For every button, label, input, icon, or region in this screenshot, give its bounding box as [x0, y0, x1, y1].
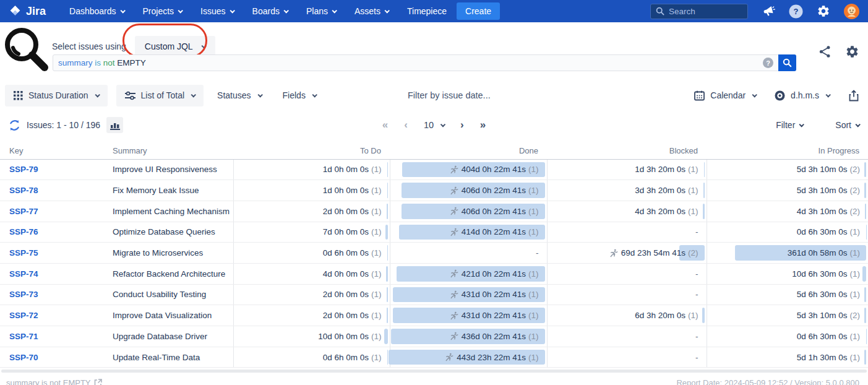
issue-key-link[interactable]: SSP-75	[9, 248, 38, 257]
nav-search-input[interactable]	[669, 7, 737, 16]
duration-cell-blocked: 4d 3h 20m 0s (1)	[547, 201, 707, 222]
table-row[interactable]: SSP-72 Improve Data Visualization 2d 0h …	[0, 305, 868, 326]
table-row[interactable]: SSP-76 Optimize Database Queries 7d 0h 0…	[0, 222, 868, 243]
column-header-summary[interactable]: Summary	[106, 142, 233, 159]
duration-value: 10d 0h 0m 0s	[318, 332, 369, 341]
next-page-button[interactable]: ›	[460, 119, 464, 131]
column-header-blocked[interactable]: Blocked	[547, 142, 707, 159]
duration-cell-inprogress: 0d 6h 30m 0s (1)	[707, 326, 868, 347]
create-button[interactable]: Create	[457, 2, 500, 20]
nav-item-assets[interactable]: Assets	[355, 6, 389, 16]
issue-key-link[interactable]: SSP-77	[9, 207, 38, 216]
help-icon[interactable]: ?	[789, 4, 803, 19]
nav-item-issues[interactable]: Issues	[200, 6, 233, 16]
duration-value: 406d 0h 22m 41s	[462, 186, 526, 195]
statuses-dropdown[interactable]: Statuses	[217, 90, 261, 100]
issue-key-link[interactable]: SSP-76	[9, 227, 38, 236]
calendar-dropdown[interactable]: Calendar	[694, 90, 756, 101]
calendar-label: Calendar	[710, 90, 746, 100]
duration-count: (1)	[371, 227, 382, 236]
jql-search-button[interactable]	[778, 54, 796, 71]
jql-help-icon[interactable]: ?	[763, 58, 773, 68]
jql-token: is	[93, 58, 101, 67]
fields-dropdown[interactable]: Fields	[283, 90, 316, 100]
runner-icon	[450, 290, 458, 299]
jql-mode-dropdown[interactable]: Custom JQL	[135, 36, 215, 56]
issue-key-link[interactable]: SSP-73	[9, 290, 38, 299]
jql-token: not	[101, 58, 115, 67]
duration-value: 5d 3h 10m 0s	[797, 186, 848, 195]
megaphone-icon[interactable]	[762, 4, 775, 18]
nav-item-plans[interactable]: Plans	[306, 6, 336, 16]
table-row[interactable]: SSP-74 Refactor Backend Architecture 4d …	[0, 263, 868, 284]
duration-cell-done: 414d 0h 22m 41s (1)	[390, 222, 547, 243]
table-row[interactable]: SSP-78 Fix Memory Leak Issue 1d 0h 0m 0s…	[0, 180, 868, 201]
nav-search-box[interactable]	[650, 4, 748, 19]
list-of-total-dropdown[interactable]: List of Total	[116, 85, 204, 106]
table-row[interactable]: SSP-75 Migrate to Microservices 0d 6h 0m…	[0, 243, 868, 264]
column-header-done[interactable]: Done	[390, 142, 547, 159]
duration-value: -	[695, 269, 698, 279]
page-size-dropdown[interactable]: 10	[424, 120, 444, 130]
nav-item-timepiece[interactable]: Timepiece	[407, 6, 447, 16]
column-header-todo[interactable]: To Do	[233, 142, 390, 159]
column-header-inprogress[interactable]: In Progress	[707, 142, 868, 159]
footer-jql-link[interactable]: summary is not EMPTY	[6, 378, 102, 385]
table-row[interactable]: SSP-73 Conduct Usability Testing 2d 0h 0…	[0, 284, 868, 305]
duration-count: (2)	[850, 311, 861, 320]
issue-key-link[interactable]: SSP-74	[9, 269, 38, 279]
duration-value: 0d 6h 30m 0s	[797, 227, 848, 236]
pagination-row: Issues: 1 - 10 / 196 « ‹ 10 › » Filter S…	[9, 114, 859, 136]
filter-by-issue-date[interactable]: Filter by issue date...	[408, 90, 491, 100]
issue-key-link[interactable]: SSP-78	[9, 186, 38, 195]
duration-value: 5d 3h 10m 0s	[797, 311, 848, 320]
duration-count: (1)	[528, 207, 539, 216]
duration-value: 3d 3h 20m 0s	[635, 186, 685, 195]
jql-input[interactable]: summary is not EMPTY ?	[53, 54, 796, 71]
filter-dropdown[interactable]: Filter	[776, 120, 803, 130]
table-row[interactable]: SSP-79 Improve UI Responsiveness 1d 0h 0…	[0, 159, 868, 180]
chevron-down-icon	[855, 122, 860, 127]
sort-dropdown[interactable]: Sort	[835, 120, 859, 130]
sliders-icon	[125, 91, 135, 100]
issue-key-link[interactable]: SSP-70	[9, 353, 38, 362]
duration-count: (1)	[528, 269, 539, 279]
chevron-down-icon	[312, 92, 317, 97]
nav-item-dashboards[interactable]: Dashboards	[69, 6, 124, 16]
duration-count: (1)	[371, 332, 382, 341]
nav-item-projects[interactable]: Projects	[143, 6, 183, 16]
duration-cell-done: 443d 23h 22m 41s (1)	[390, 347, 547, 368]
table-row[interactable]: SSP-70 Update Real-Time Data 0d 6h 0m 0s…	[0, 347, 868, 368]
gear-icon[interactable]	[817, 4, 830, 18]
duration-value: -	[695, 353, 698, 362]
bar-chart-icon[interactable]	[106, 117, 123, 133]
share-icon[interactable]	[819, 45, 831, 58]
avatar[interactable]	[844, 4, 859, 19]
jira-brand[interactable]: Jira	[9, 5, 46, 18]
nav-item-boards[interactable]: Boards	[252, 6, 288, 16]
calendar-icon	[694, 90, 705, 101]
export-icon[interactable]	[848, 90, 859, 102]
duration-value: 431d 0h 22m 41s	[462, 290, 526, 299]
issue-key-link[interactable]: SSP-79	[9, 165, 38, 174]
issue-key-link[interactable]: SSP-72	[9, 311, 38, 320]
refresh-icon[interactable]	[9, 119, 20, 131]
prev-page-button[interactable]: ‹	[404, 119, 408, 131]
first-page-button[interactable]: «	[382, 119, 388, 131]
settings-gear-icon[interactable]	[845, 45, 859, 59]
table-row[interactable]: SSP-77 Implement Caching Mechanism 2d 0h…	[0, 201, 868, 222]
table-row[interactable]: SSP-71 Upgrade Database Driver 10d 0h 0m…	[0, 326, 868, 347]
duration-count: (1)	[850, 269, 861, 279]
issue-key-link[interactable]: SSP-71	[9, 332, 38, 341]
status-duration-dropdown[interactable]: Status Duration	[5, 85, 108, 106]
time-format-dropdown[interactable]: d.h.m.s	[775, 90, 830, 101]
last-page-button[interactable]: »	[480, 119, 486, 131]
duration-count: (2)	[850, 165, 861, 174]
duration-count: (1)	[528, 186, 539, 195]
grid-icon	[14, 91, 23, 100]
column-header-key[interactable]: Key	[0, 142, 106, 159]
runner-icon	[450, 186, 458, 195]
horizontal-scrollbar[interactable]	[1, 370, 867, 373]
duration-value: 69d 23h 54m 41s	[621, 248, 685, 257]
duration-count: (1)	[688, 165, 698, 174]
